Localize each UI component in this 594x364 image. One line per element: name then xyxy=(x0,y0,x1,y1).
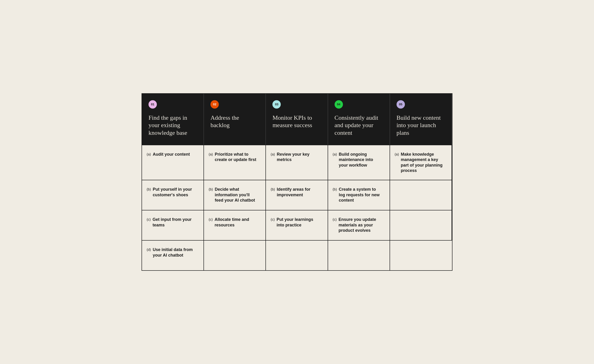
header-cell-04: 04Consistently audit and update your con… xyxy=(328,94,390,145)
cell-label-col0-row3: (d) xyxy=(147,247,151,251)
header-title-01: Find the gaps in your existing knowledge… xyxy=(148,114,197,137)
empty-cell-col4-row1 xyxy=(390,180,452,210)
data-cell-col2-row1: (b)Identify areas for improvement xyxy=(266,180,328,210)
badge-01: 01 xyxy=(148,100,157,108)
empty-cell-col4-row3 xyxy=(390,240,452,270)
data-cell-col1-row0: (a)Prioritize what to create or update f… xyxy=(204,145,266,180)
cell-content-col3-row1: Create a system to log requests for new … xyxy=(339,187,383,203)
header-cell-01: 01Find the gaps in your existing knowled… xyxy=(142,94,204,145)
cell-label-col0-row0: (a) xyxy=(147,152,151,156)
cell-label-col3-row1: (b) xyxy=(333,187,337,191)
empty-cell-col3-row3 xyxy=(328,240,390,270)
header-title-03: Monitor KPIs to measure success xyxy=(272,114,321,129)
cell-label-col1-row1: (b) xyxy=(209,187,213,191)
data-cell-col3-row2: (c)Ensure you update materials as your p… xyxy=(328,210,390,240)
cell-label-col2-row0: (a) xyxy=(270,152,275,156)
data-cell-col0-row3: (d)Use initial data from your AI chatbot xyxy=(142,240,204,270)
data-cell-col2-row2: (c)Put your learnings into practice xyxy=(266,210,328,240)
badge-05: 05 xyxy=(397,100,405,108)
header-cell-03: 03Monitor KPIs to measure success xyxy=(266,94,328,145)
cell-label-col3-row2: (c) xyxy=(333,217,337,221)
cell-content-col0-row0: Audit your content xyxy=(153,152,190,157)
cell-content-col0-row2: Get input from your teams xyxy=(153,217,197,228)
cell-label-col0-row1: (b) xyxy=(147,187,151,191)
data-cell-col4-row0: (a)Make knowledge management a key part … xyxy=(390,145,452,180)
cell-content-col2-row1: Identify areas for improvement xyxy=(277,187,321,198)
cell-label-col2-row2: (c) xyxy=(270,217,275,221)
cell-label-col0-row2: (c) xyxy=(147,217,151,221)
cell-content-col1-row2: Allocate time and resources xyxy=(215,217,259,228)
header-title-05: Build new content into your launch plans xyxy=(397,114,445,137)
cell-content-col2-row0: Review your key metrics xyxy=(277,152,321,163)
data-cell-col0-row2: (c)Get input from your teams xyxy=(142,210,204,240)
cell-label-col1-row2: (c) xyxy=(209,217,213,221)
cell-content-col2-row2: Put your learnings into practice xyxy=(277,217,321,228)
data-cell-col2-row0: (a)Review your key metrics xyxy=(266,145,328,180)
data-cell-col3-row0: (a)Build ongoing maintenance into your w… xyxy=(328,145,390,180)
badge-02: 02 xyxy=(210,100,219,108)
cell-content-col4-row0: Make knowledge management a key part of … xyxy=(401,152,445,174)
cell-content-col0-row1: Put yourself in your customer's shoes xyxy=(153,187,197,198)
cell-label-col1-row0: (a) xyxy=(209,152,213,156)
cell-content-col0-row3: Use initial data from your AI chatbot xyxy=(153,247,197,258)
badge-03: 03 xyxy=(272,100,281,108)
cell-content-col3-row0: Build ongoing maintenance into your work… xyxy=(339,152,383,168)
cell-label-col3-row0: (a) xyxy=(333,152,337,156)
empty-cell-col2-row3 xyxy=(266,240,328,270)
table-grid: 01Find the gaps in your existing knowled… xyxy=(142,94,452,270)
data-cell-col1-row2: (c)Allocate time and resources xyxy=(204,210,266,240)
header-title-04: Consistently audit and update your conte… xyxy=(335,114,383,137)
data-cell-col3-row1: (b)Create a system to log requests for n… xyxy=(328,180,390,210)
header-title-02: Address the backlog xyxy=(210,114,259,129)
cell-label-col2-row1: (b) xyxy=(270,187,275,191)
empty-cell-col1-row3 xyxy=(204,240,266,270)
badge-04: 04 xyxy=(335,100,343,108)
cell-content-col1-row1: Decide what information you'll feed your… xyxy=(215,187,259,203)
main-table: 01Find the gaps in your existing knowled… xyxy=(142,93,452,271)
header-cell-02: 02Address the backlog xyxy=(204,94,266,145)
cell-content-col3-row2: Ensure you update materials as your prod… xyxy=(338,217,383,233)
data-cell-col0-row0: (a)Audit your content xyxy=(142,145,204,180)
data-cell-col1-row1: (b)Decide what information you'll feed y… xyxy=(204,180,266,210)
cell-label-col4-row0: (a) xyxy=(395,152,399,156)
data-cell-col0-row1: (b)Put yourself in your customer's shoes xyxy=(142,180,204,210)
empty-cell-col4-row2 xyxy=(390,210,452,240)
header-cell-05: 05Build new content into your launch pla… xyxy=(390,94,452,145)
cell-content-col1-row0: Prioritize what to create or update firs… xyxy=(215,152,259,163)
